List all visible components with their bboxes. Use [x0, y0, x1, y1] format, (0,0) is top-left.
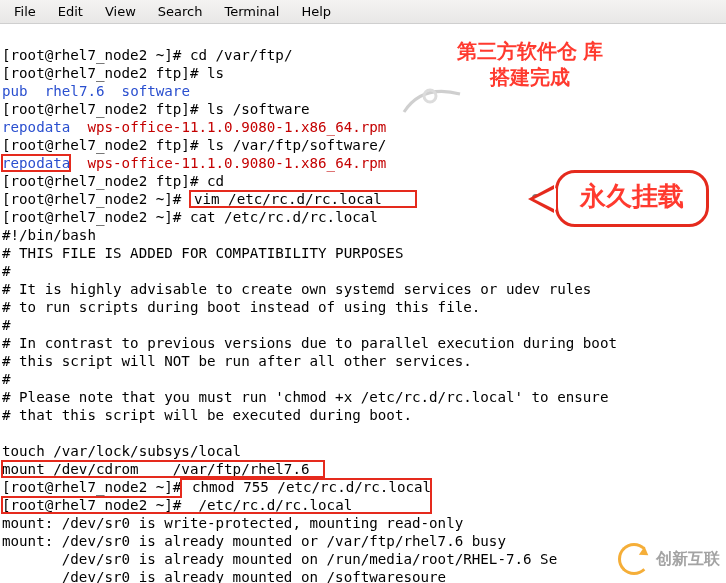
dir-repodata-boxed: repodata	[2, 155, 70, 171]
terminal-output[interactable]: [root@rhel7_node2 ~]# cd /var/ftp/ [root…	[0, 24, 726, 583]
rclocal-line: touch /var/lock/subsys/local	[2, 443, 241, 459]
mount-output: mount: /dev/sr0 is already mounted or /v…	[2, 533, 506, 549]
prompt: [root@rhel7_node2 ftp]#	[2, 173, 198, 189]
prompt: [root@rhel7_node2 ftp]#	[2, 65, 198, 81]
watermark-logo-icon	[618, 543, 650, 575]
rpm-wps: wps-office-11.1.0.9080-1.x86_64.rpm	[87, 119, 386, 135]
watermark: 创新互联	[618, 543, 720, 575]
cmd: cat /etc/rc.d/rc.local	[190, 209, 378, 225]
dir-rhel76: rhel7.6	[45, 83, 105, 99]
mount-output: /dev/sr0 is already mounted on /run/medi…	[2, 551, 557, 567]
prompt: [root@rhel7_node2 ~]#	[2, 497, 181, 513]
rclocal-line: #!/bin/bash	[2, 227, 96, 243]
cmd-vim-rclocal: vim /etc/rc.d/rc.local	[190, 191, 416, 207]
cmd: cd /var/ftp/	[190, 47, 293, 63]
rclocal-line: # THIS FILE IS ADDED FOR COMPATIBILITY P…	[2, 245, 403, 261]
menu-file[interactable]: File	[4, 2, 46, 21]
menu-edit[interactable]: Edit	[48, 2, 93, 21]
rclocal-line: #	[2, 263, 11, 279]
cmd: ls /var/ftp/software/	[207, 137, 386, 153]
menu-search[interactable]: Search	[148, 2, 213, 21]
prompt: [root@rhel7_node2 ~]#	[2, 209, 181, 225]
menu-help[interactable]: Help	[291, 2, 341, 21]
cmd: cd	[207, 173, 224, 189]
prompt: [root@rhel7_node2 ~]#	[2, 47, 181, 63]
mount-output: /dev/sr0 is already mounted on /software…	[2, 569, 446, 583]
dir-repodata: repodata	[2, 119, 70, 135]
rclocal-line: # this script will NOT be run after all …	[2, 353, 472, 369]
mount-output: mount: /dev/sr0 is write-protected, moun…	[2, 515, 463, 531]
rclocal-mount-boxed: mount /dev/cdrom /var/ftp/rhel7.6	[2, 461, 324, 477]
menubar: File Edit View Search Terminal Help	[0, 0, 726, 24]
prompt: [root@rhel7_node2 ~]#	[2, 191, 181, 207]
menu-view[interactable]: View	[95, 2, 146, 21]
rclocal-line: # that this script will be executed duri…	[2, 407, 412, 423]
prompt: [root@rhel7_node2 ftp]#	[2, 137, 198, 153]
cmd: ls /software	[207, 101, 310, 117]
rclocal-line: # It is highly advisable to create own s…	[2, 281, 591, 297]
prompt: [root@rhel7_node2 ftp]#	[2, 101, 198, 117]
rclocal-line: #	[2, 371, 11, 387]
rclocal-line: #	[2, 317, 11, 333]
dir-software: software	[122, 83, 190, 99]
prompt: [root@rhel7_node2 ~]#	[2, 479, 181, 495]
rclocal-line: # Please note that you must run 'chmod +…	[2, 389, 608, 405]
annotation-repo-built: 第三方软件仓 库搭建完成	[455, 38, 605, 90]
annotation-permanent-mount: 永久挂载	[555, 170, 709, 227]
rclocal-line: # In contrast to previous versions due t…	[2, 335, 617, 351]
menu-terminal[interactable]: Terminal	[214, 2, 289, 21]
cmd: ls	[207, 65, 224, 81]
rpm-wps: wps-office-11.1.0.9080-1.x86_64.rpm	[87, 155, 386, 171]
rclocal-line: # to run scripts during boot instead of …	[2, 299, 480, 315]
dir-pub: pub	[2, 83, 28, 99]
watermark-text: 创新互联	[656, 549, 720, 570]
